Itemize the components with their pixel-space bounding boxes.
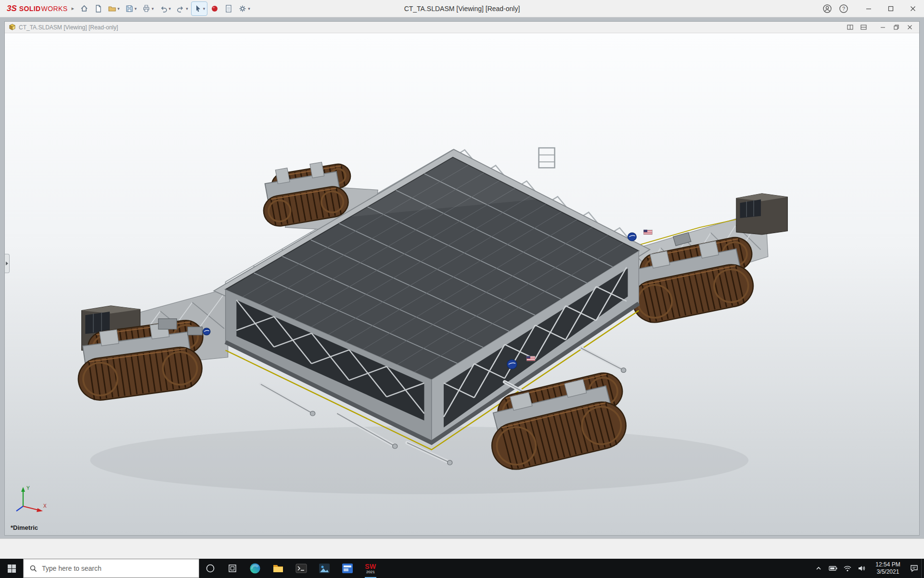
undo-button[interactable]: ▾ xyxy=(157,2,173,15)
taskbar-app-file-explorer[interactable] xyxy=(267,559,290,578)
titlebar-right-controls: ? xyxy=(819,0,924,17)
taskbar-app-edge[interactable] xyxy=(244,559,267,578)
cortana-button[interactable] xyxy=(199,559,221,578)
taskbar-search[interactable] xyxy=(23,559,199,578)
feature-panel-handle[interactable] xyxy=(5,254,10,273)
save-button[interactable]: ▾ xyxy=(123,2,139,15)
crawler-transporter-model xyxy=(5,33,919,535)
document-title: CT_TA.SLDASM [Viewing] [Read-only] xyxy=(19,24,118,31)
taskbar: SW 2021 12:54 PM 3/5/2021 xyxy=(0,559,924,578)
close-button[interactable] xyxy=(902,0,924,17)
action-center-button[interactable] xyxy=(907,559,921,578)
doc-restore-button[interactable] xyxy=(890,23,902,32)
notification-icon xyxy=(910,565,918,572)
assembly-file-icon xyxy=(9,24,16,31)
app-title: CT_TA.SLDASM [Viewing] [Read-only] xyxy=(404,0,520,17)
y-axis-label: Y xyxy=(26,486,30,491)
chevron-up-icon xyxy=(815,565,822,572)
terminal-icon xyxy=(295,562,308,575)
graphics-area[interactable]: Y X *Dimetric xyxy=(5,33,919,535)
z-axis-arrow xyxy=(16,506,23,511)
home-button[interactable] xyxy=(78,2,90,15)
dropdown-arrow-icon[interactable]: ▾ xyxy=(117,6,120,11)
restore-icon xyxy=(894,25,899,30)
windows-logo-icon xyxy=(8,565,16,573)
dropdown-arrow-icon[interactable]: ▾ xyxy=(152,6,154,11)
doc-close-button[interactable] xyxy=(904,23,915,32)
print-button[interactable]: ▾ xyxy=(140,2,156,15)
select-tool-button[interactable]: ▾ xyxy=(192,2,207,15)
close-icon xyxy=(907,25,912,30)
viewport-single-button[interactable] xyxy=(858,23,869,32)
open-button[interactable]: ▾ xyxy=(106,2,122,15)
network-button[interactable] xyxy=(840,559,855,578)
file-properties-button[interactable] xyxy=(222,2,235,15)
screen: 3S SOLID WORKS ▸ ▾ ▾ ▾ xyxy=(0,0,924,578)
tray-expand-button[interactable] xyxy=(811,559,826,578)
select-cursor-icon xyxy=(193,4,202,13)
cortana-icon xyxy=(205,564,215,573)
help-button[interactable]: ? xyxy=(835,0,852,17)
brand-solid-text: SOLID xyxy=(19,5,41,13)
clock-date: 3/5/2021 xyxy=(877,568,899,576)
maximize-icon xyxy=(888,6,894,12)
show-desktop-button[interactable] xyxy=(921,559,924,578)
taskbar-app-solidworks[interactable]: SW 2021 xyxy=(359,559,382,578)
mdi-area: CT_TA.SLDASM [Viewing] [Read-only] xyxy=(0,17,924,539)
account-button[interactable] xyxy=(819,0,835,17)
minimize-icon xyxy=(880,25,886,30)
gear-icon xyxy=(238,4,247,13)
quick-access-toolbar: ▾ ▾ ▾ ▾ ▾ ▾ xyxy=(78,2,252,15)
app-titlebar: 3S SOLID WORKS ▸ ▾ ▾ ▾ xyxy=(0,0,924,17)
menu-flyout-icon[interactable]: ▸ xyxy=(70,5,78,12)
task-view-button[interactable] xyxy=(221,559,244,578)
options-button[interactable]: ▾ xyxy=(236,2,252,15)
document-window: CT_TA.SLDASM [Viewing] [Read-only] xyxy=(4,21,920,536)
taskbar-spacer xyxy=(382,559,811,578)
x-axis-arrow xyxy=(37,508,43,512)
volume-button[interactable] xyxy=(855,559,869,578)
dropdown-arrow-icon[interactable]: ▾ xyxy=(248,6,250,11)
document-titlebar[interactable]: CT_TA.SLDASM [Viewing] [Read-only] xyxy=(5,22,919,33)
volume-icon xyxy=(858,565,866,572)
save-icon xyxy=(125,4,134,13)
orientation-triad[interactable]: Y X xyxy=(12,480,50,519)
print-icon xyxy=(142,4,151,13)
battery-icon xyxy=(829,565,837,571)
account-icon xyxy=(822,4,832,13)
brand-works-text: WORKS xyxy=(41,5,68,13)
search-input[interactable] xyxy=(42,565,193,572)
dropdown-arrow-icon[interactable]: ▾ xyxy=(186,6,188,11)
document-window-controls xyxy=(844,23,915,32)
taskbar-app-window[interactable] xyxy=(336,559,359,578)
dropdown-arrow-icon[interactable]: ▾ xyxy=(169,6,171,11)
new-document-button[interactable] xyxy=(92,2,104,15)
taskbar-app-terminal[interactable] xyxy=(290,559,313,578)
taskbar-app-photos[interactable] xyxy=(313,559,336,578)
dropdown-arrow-icon[interactable]: ▾ xyxy=(135,6,137,11)
doc-minimize-button[interactable] xyxy=(877,23,888,32)
battery-button[interactable] xyxy=(826,559,840,578)
single-view-icon xyxy=(860,25,867,30)
svg-text:?: ? xyxy=(842,6,845,12)
help-icon: ? xyxy=(839,4,848,13)
3dexperience-button[interactable] xyxy=(208,2,221,15)
dassault-logo-icon: 3S xyxy=(7,4,17,13)
home-icon xyxy=(80,4,89,13)
minimize-button[interactable] xyxy=(858,0,880,17)
close-icon xyxy=(910,6,916,12)
viewport-split-button[interactable] xyxy=(844,23,856,32)
taskbar-clock[interactable]: 12:54 PM 3/5/2021 xyxy=(869,559,907,578)
undo-icon xyxy=(159,4,168,13)
search-icon xyxy=(29,565,37,572)
dropdown-arrow-icon[interactable]: ▾ xyxy=(203,6,205,11)
view-orientation-label: *Dimetric xyxy=(11,524,38,531)
redo-icon xyxy=(176,4,185,13)
status-bar xyxy=(0,539,924,559)
redo-button[interactable]: ▾ xyxy=(174,2,190,15)
minimize-icon xyxy=(866,6,872,12)
start-button[interactable] xyxy=(0,559,23,578)
maximize-button[interactable] xyxy=(880,0,902,17)
chevron-right-icon xyxy=(6,262,8,265)
red-sphere-icon xyxy=(210,4,219,13)
